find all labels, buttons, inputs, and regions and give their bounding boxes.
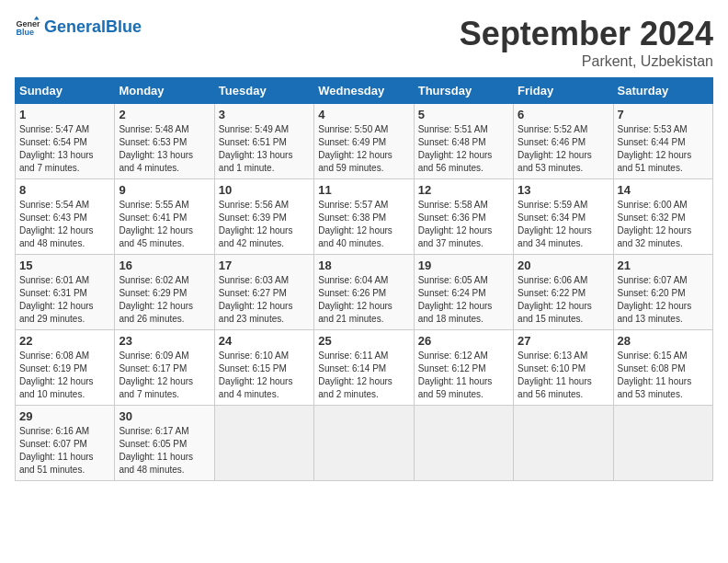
- logo: General Blue GeneralBlue: [15, 15, 142, 40]
- calendar-cell: 17Sunrise: 6:03 AM Sunset: 6:27 PM Dayli…: [214, 255, 313, 330]
- calendar-week-1: 1Sunrise: 5:47 AM Sunset: 6:54 PM Daylig…: [16, 104, 713, 179]
- calendar-week-3: 15Sunrise: 6:01 AM Sunset: 6:31 PM Dayli…: [16, 255, 713, 330]
- day-info: Sunrise: 6:16 AM Sunset: 6:07 PM Dayligh…: [19, 425, 110, 477]
- title-block: September 2024 Parkent, Uzbekistan: [460, 15, 713, 70]
- day-info: Sunrise: 5:59 AM Sunset: 6:34 PM Dayligh…: [518, 199, 609, 250]
- calendar-cell: 4Sunrise: 5:50 AM Sunset: 6:49 PM Daylig…: [314, 104, 414, 179]
- calendar-table: Sunday Monday Tuesday Wednesday Thursday…: [15, 77, 713, 481]
- day-number: 2: [119, 108, 210, 121]
- day-number: 28: [618, 334, 709, 348]
- calendar-cell: [414, 406, 513, 481]
- calendar-cell: 28Sunrise: 6:15 AM Sunset: 6:08 PM Dayli…: [613, 330, 712, 406]
- calendar-cell: 13Sunrise: 5:59 AM Sunset: 6:34 PM Dayli…: [514, 179, 613, 255]
- calendar-cell: 14Sunrise: 6:00 AM Sunset: 6:32 PM Dayli…: [613, 179, 712, 255]
- calendar-cell: 1Sunrise: 5:47 AM Sunset: 6:54 PM Daylig…: [16, 104, 115, 179]
- day-info: Sunrise: 6:03 AM Sunset: 6:27 PM Dayligh…: [219, 274, 310, 326]
- day-number: 21: [618, 259, 709, 272]
- day-info: Sunrise: 6:07 AM Sunset: 6:20 PM Dayligh…: [618, 274, 709, 326]
- day-info: Sunrise: 5:53 AM Sunset: 6:44 PM Dayligh…: [618, 123, 709, 175]
- calendar-cell: 9Sunrise: 5:55 AM Sunset: 6:41 PM Daylig…: [115, 179, 214, 255]
- calendar-cell: 18Sunrise: 6:04 AM Sunset: 6:26 PM Dayli…: [314, 255, 414, 330]
- header-row: Sunday Monday Tuesday Wednesday Thursday…: [16, 78, 713, 104]
- day-number: 22: [19, 334, 110, 348]
- day-info: Sunrise: 5:56 AM Sunset: 6:39 PM Dayligh…: [219, 199, 310, 250]
- calendar-week-4: 22Sunrise: 6:08 AM Sunset: 6:19 PM Dayli…: [16, 330, 713, 406]
- day-number: 16: [119, 259, 210, 272]
- calendar-cell: [314, 406, 414, 481]
- day-number: 24: [219, 334, 310, 348]
- day-info: Sunrise: 6:02 AM Sunset: 6:29 PM Dayligh…: [119, 274, 210, 326]
- calendar-week-5: 29Sunrise: 6:16 AM Sunset: 6:07 PM Dayli…: [16, 406, 713, 481]
- calendar-cell: 20Sunrise: 6:06 AM Sunset: 6:22 PM Dayli…: [514, 255, 613, 330]
- day-number: 19: [418, 259, 509, 272]
- calendar-cell: 15Sunrise: 6:01 AM Sunset: 6:31 PM Dayli…: [16, 255, 115, 330]
- day-number: 29: [19, 409, 110, 423]
- calendar-cell: 19Sunrise: 6:05 AM Sunset: 6:24 PM Dayli…: [414, 255, 513, 330]
- logo-text: GeneralBlue: [44, 18, 142, 37]
- calendar-cell: 29Sunrise: 6:16 AM Sunset: 6:07 PM Dayli…: [16, 406, 115, 481]
- col-thursday: Thursday: [414, 78, 513, 104]
- col-monday: Monday: [115, 78, 214, 104]
- day-info: Sunrise: 6:17 AM Sunset: 6:05 PM Dayligh…: [119, 425, 210, 477]
- calendar-cell: 11Sunrise: 5:57 AM Sunset: 6:38 PM Dayli…: [314, 179, 414, 255]
- day-info: Sunrise: 6:11 AM Sunset: 6:14 PM Dayligh…: [318, 350, 409, 401]
- calendar-cell: 21Sunrise: 6:07 AM Sunset: 6:20 PM Dayli…: [613, 255, 712, 330]
- day-number: 23: [119, 334, 210, 348]
- day-number: 30: [119, 409, 210, 423]
- col-saturday: Saturday: [613, 78, 712, 104]
- day-info: Sunrise: 5:50 AM Sunset: 6:49 PM Dayligh…: [318, 123, 409, 175]
- calendar-cell: 26Sunrise: 6:12 AM Sunset: 6:12 PM Dayli…: [414, 330, 513, 406]
- page-header: General Blue GeneralBlue September 2024 …: [15, 15, 713, 70]
- day-info: Sunrise: 5:48 AM Sunset: 6:53 PM Dayligh…: [119, 123, 210, 175]
- day-number: 14: [618, 183, 709, 197]
- day-info: Sunrise: 5:58 AM Sunset: 6:36 PM Dayligh…: [418, 199, 509, 250]
- day-info: Sunrise: 6:09 AM Sunset: 6:17 PM Dayligh…: [119, 350, 210, 401]
- calendar-cell: 2Sunrise: 5:48 AM Sunset: 6:53 PM Daylig…: [115, 104, 214, 179]
- day-number: 9: [119, 183, 210, 197]
- calendar-cell: 25Sunrise: 6:11 AM Sunset: 6:14 PM Dayli…: [314, 330, 414, 406]
- day-info: Sunrise: 5:49 AM Sunset: 6:51 PM Dayligh…: [219, 123, 310, 175]
- day-number: 1: [19, 108, 110, 121]
- day-number: 10: [219, 183, 310, 197]
- col-wednesday: Wednesday: [314, 78, 414, 104]
- day-number: 27: [518, 334, 609, 348]
- calendar-cell: [514, 406, 613, 481]
- svg-text:General: General: [16, 19, 40, 29]
- calendar-cell: 22Sunrise: 6:08 AM Sunset: 6:19 PM Dayli…: [16, 330, 115, 406]
- col-tuesday: Tuesday: [214, 78, 313, 104]
- day-info: Sunrise: 6:01 AM Sunset: 6:31 PM Dayligh…: [19, 274, 110, 326]
- day-number: 7: [618, 108, 709, 121]
- day-number: 6: [518, 108, 609, 121]
- day-number: 4: [318, 108, 409, 121]
- day-info: Sunrise: 5:57 AM Sunset: 6:38 PM Dayligh…: [318, 199, 409, 250]
- col-sunday: Sunday: [16, 78, 115, 104]
- day-info: Sunrise: 6:00 AM Sunset: 6:32 PM Dayligh…: [618, 199, 709, 250]
- calendar-cell: 8Sunrise: 5:54 AM Sunset: 6:43 PM Daylig…: [16, 179, 115, 255]
- calendar-cell: 12Sunrise: 5:58 AM Sunset: 6:36 PM Dayli…: [414, 179, 513, 255]
- day-number: 5: [418, 108, 509, 121]
- day-info: Sunrise: 5:55 AM Sunset: 6:41 PM Dayligh…: [119, 199, 210, 250]
- day-number: 11: [318, 183, 409, 197]
- day-number: 8: [19, 183, 110, 197]
- calendar-cell: 5Sunrise: 5:51 AM Sunset: 6:48 PM Daylig…: [414, 104, 513, 179]
- day-number: 20: [518, 259, 609, 272]
- calendar-cell: [214, 406, 313, 481]
- day-number: 17: [219, 259, 310, 272]
- day-info: Sunrise: 6:12 AM Sunset: 6:12 PM Dayligh…: [418, 350, 509, 401]
- calendar-cell: 23Sunrise: 6:09 AM Sunset: 6:17 PM Dayli…: [115, 330, 214, 406]
- calendar-cell: 3Sunrise: 5:49 AM Sunset: 6:51 PM Daylig…: [214, 104, 313, 179]
- calendar-cell: 30Sunrise: 6:17 AM Sunset: 6:05 PM Dayli…: [115, 406, 214, 481]
- day-number: 18: [318, 259, 409, 272]
- calendar-cell: 10Sunrise: 5:56 AM Sunset: 6:39 PM Dayli…: [214, 179, 313, 255]
- month-title: September 2024: [460, 15, 713, 53]
- calendar-cell: 7Sunrise: 5:53 AM Sunset: 6:44 PM Daylig…: [613, 104, 712, 179]
- day-info: Sunrise: 6:10 AM Sunset: 6:15 PM Dayligh…: [219, 350, 310, 401]
- day-number: 3: [219, 108, 310, 121]
- day-info: Sunrise: 5:51 AM Sunset: 6:48 PM Dayligh…: [418, 123, 509, 175]
- day-info: Sunrise: 6:15 AM Sunset: 6:08 PM Dayligh…: [618, 350, 709, 401]
- day-info: Sunrise: 6:04 AM Sunset: 6:26 PM Dayligh…: [318, 274, 409, 326]
- day-info: Sunrise: 6:13 AM Sunset: 6:10 PM Dayligh…: [518, 350, 609, 401]
- day-info: Sunrise: 6:06 AM Sunset: 6:22 PM Dayligh…: [518, 274, 609, 326]
- calendar-cell: 24Sunrise: 6:10 AM Sunset: 6:15 PM Dayli…: [214, 330, 313, 406]
- day-number: 12: [418, 183, 509, 197]
